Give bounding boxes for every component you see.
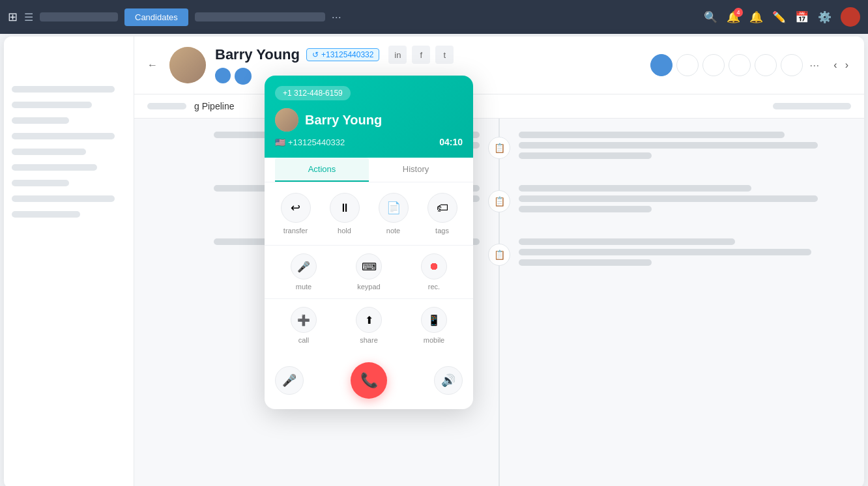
bell-icon[interactable]: 🔔4 xyxy=(727,10,740,24)
share-label: share xyxy=(360,336,378,344)
mobile-label: mobile xyxy=(424,336,444,344)
note-icon: 📄 xyxy=(379,193,409,223)
action-circle-5[interactable] xyxy=(755,54,777,76)
back-button[interactable]: ← xyxy=(147,59,158,71)
transfer-button[interactable]: ↩ transfer xyxy=(275,193,316,235)
twitter-icon[interactable]: t xyxy=(435,46,454,64)
note-button[interactable]: 📄 note xyxy=(373,193,414,235)
sync-icon: ↺ xyxy=(312,50,319,59)
sidebar-item xyxy=(12,164,97,171)
timeline-right xyxy=(499,238,851,266)
us-flag-icon: 🇺🇸 xyxy=(275,137,285,147)
grid-icon[interactable]: ⊞ xyxy=(8,10,18,24)
nav-arrows: ‹ › xyxy=(831,57,851,74)
menu-icon[interactable]: ☰ xyxy=(24,11,33,23)
tl-ph xyxy=(519,152,652,159)
hangup-button[interactable]: 📞 xyxy=(351,362,387,399)
call-tabs: Actions History xyxy=(265,158,473,182)
mute-button[interactable]: 🎤 mute xyxy=(275,253,332,291)
sub-ph-2 xyxy=(773,103,851,109)
sidebar-item xyxy=(12,211,80,218)
prev-arrow[interactable]: ‹ xyxy=(831,57,839,74)
call-dialog: +1 312-448-6159 Barry Young 🇺🇸 +13125440… xyxy=(265,76,473,409)
action-circle-1[interactable] xyxy=(650,54,673,76)
tab-actions[interactable]: Actions xyxy=(275,158,369,182)
next-arrow[interactable]: › xyxy=(843,57,851,74)
call-header: +1 312-448-6159 Barry Young 🇺🇸 +13125440… xyxy=(265,76,473,158)
tl-ph xyxy=(519,249,811,255)
tags-icon: 🏷 xyxy=(427,193,457,223)
call-contact-name: Barry Young xyxy=(305,113,382,128)
tag-button-2[interactable] xyxy=(235,68,252,85)
call-tertiary-actions: ➕ call ⬆ share 📱 mobile xyxy=(265,299,473,352)
hold-button[interactable]: ⏸ hold xyxy=(324,193,365,235)
hold-label: hold xyxy=(338,227,351,235)
share-icon: ⬆ xyxy=(356,307,382,333)
more-options-icon[interactable]: ··· xyxy=(332,10,341,24)
record-label: rec. xyxy=(428,283,440,291)
tl-ph xyxy=(519,142,818,149)
tags-button[interactable]: 🏷 tags xyxy=(422,193,463,235)
microphone-button[interactable]: 🎤 xyxy=(275,366,304,395)
action-circle-2[interactable] xyxy=(676,54,699,76)
user-avatar[interactable] xyxy=(841,7,860,27)
sidebar-item xyxy=(12,149,86,155)
nav-right: 🔍 🔔4 🔔 ✏️ 📅 ⚙️ xyxy=(704,7,860,27)
timeline-right xyxy=(499,132,851,159)
search-icon[interactable]: 🔍 xyxy=(704,10,717,24)
phone-number: +13125440332 xyxy=(321,50,373,59)
nav-placeholder-2 xyxy=(195,12,325,21)
transfer-icon: ↩ xyxy=(281,193,311,223)
profile-actions: ··· ‹ › xyxy=(650,54,851,76)
linkedin-icon[interactable]: in xyxy=(388,46,407,64)
compose-icon[interactable]: ✏️ xyxy=(772,10,786,24)
record-button[interactable]: ⏺ rec. xyxy=(405,253,463,291)
keypad-button[interactable]: ⌨ keypad xyxy=(340,253,398,291)
sidebar-item xyxy=(12,117,69,124)
mobile-button[interactable]: 📱 mobile xyxy=(405,307,463,344)
caller-number-badge: +1 312-448-6159 xyxy=(275,86,351,100)
action-circle-3[interactable] xyxy=(702,54,725,76)
more-dots-icon[interactable]: ··· xyxy=(809,59,819,72)
sub-ph-1 xyxy=(147,103,186,109)
share-button[interactable]: ⬆ share xyxy=(340,307,398,344)
candidates-tab[interactable]: Candidates xyxy=(124,8,188,26)
sidebar xyxy=(4,36,134,486)
sidebar-item xyxy=(12,195,115,202)
action-circle-4[interactable] xyxy=(729,54,751,76)
mute-icon: 🎤 xyxy=(291,253,317,279)
speaker-button[interactable]: 🔊 xyxy=(434,366,463,395)
tab-history[interactable]: History xyxy=(369,158,463,182)
tl-ph xyxy=(519,259,652,266)
timeline-right xyxy=(499,185,851,212)
keypad-label: keypad xyxy=(357,283,380,291)
top-navigation: ⊞ ☰ Candidates ··· 🔍 🔔4 🔔 ✏️ 📅 ⚙️ xyxy=(0,0,868,34)
notification-icon[interactable]: 🔔 xyxy=(749,10,763,24)
tag-button-1[interactable] xyxy=(215,68,231,83)
timeline-area: 📋 📋 xyxy=(134,119,864,486)
facebook-icon[interactable]: f xyxy=(412,46,430,64)
timeline-item: 📋 xyxy=(147,238,851,266)
add-call-button[interactable]: ➕ call xyxy=(275,307,332,344)
call-actions: ↩ transfer ⏸ hold 📄 note 🏷 tags xyxy=(265,182,473,246)
tags-label: tags xyxy=(435,227,449,235)
phone-badge[interactable]: ↺ +13125440332 xyxy=(306,48,379,61)
add-call-icon: ➕ xyxy=(291,307,317,333)
mute-label: mute xyxy=(296,283,311,291)
settings-icon[interactable]: ⚙️ xyxy=(818,10,832,24)
mobile-icon: 📱 xyxy=(421,307,447,333)
action-circle-6[interactable] xyxy=(781,54,803,76)
timeline-node: 📋 xyxy=(488,137,510,159)
sub-header: g Pipeline xyxy=(134,94,864,119)
note-label: note xyxy=(386,227,400,235)
profile-header: ← Barry Young ↺ +13125440332 in f t xyxy=(134,36,864,94)
tl-ph xyxy=(519,185,751,192)
tl-ph xyxy=(519,132,785,138)
timeline-item: 📋 xyxy=(147,132,851,159)
calendar-icon[interactable]: 📅 xyxy=(795,10,809,24)
timeline-item: 📋 xyxy=(147,185,851,212)
sidebar-item xyxy=(12,102,92,108)
tl-ph xyxy=(519,238,735,245)
timeline-line xyxy=(499,119,500,486)
call-timer: 04:10 xyxy=(439,137,463,147)
